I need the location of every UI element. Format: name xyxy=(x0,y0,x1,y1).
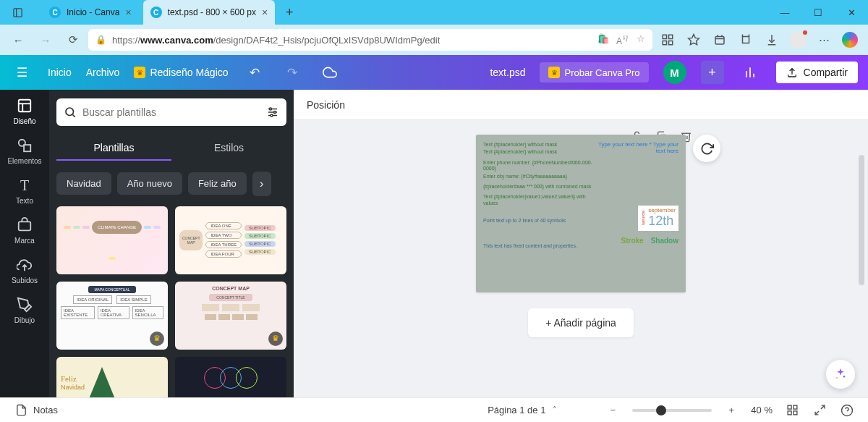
user-avatar[interactable]: M xyxy=(663,61,686,84)
canvas-text[interactable]: Enter phone number: {#PhoneNumber#000-00… xyxy=(483,160,597,172)
canvas-text[interactable]: Text {#placeholder} without mask xyxy=(483,142,597,148)
search-icon xyxy=(64,106,77,119)
canvas-text[interactable]: Text {#placeholder|value1;value2;value3}… xyxy=(483,194,597,206)
text-size-icon[interactable]: Aり xyxy=(616,33,629,46)
analytics-icon[interactable] xyxy=(739,61,762,84)
try-pro-button[interactable]: ♛Probar Canva Pro xyxy=(540,62,648,83)
tab-templates[interactable]: Plantillas xyxy=(56,136,171,161)
stroke-label[interactable]: Stroke xyxy=(621,237,644,245)
canvas-text[interactable]: This text has fixed content and properti… xyxy=(483,243,597,249)
regenerate-button[interactable] xyxy=(693,135,720,162)
template-thumb[interactable]: MAPA CONCEPTUAL IDEA ORIGINALIDEA SIMPLE… xyxy=(56,282,168,350)
notes-button[interactable]: Notas xyxy=(13,402,58,418)
browser-tab[interactable]: C Inicio - Canva × xyxy=(42,0,139,25)
tab-title: Inicio - Canva xyxy=(67,7,119,17)
magic-assistant-button[interactable] xyxy=(826,360,855,389)
magic-redesign[interactable]: ♛Rediseño Mágico xyxy=(134,67,228,78)
canvas-text[interactable]: {#placeholder#aaa *** 000} with combined… xyxy=(483,184,597,190)
browser-tab[interactable]: C text.psd - 800 × 600 px × xyxy=(143,0,276,25)
file-menu[interactable]: Archivo xyxy=(86,67,120,78)
chip-ano-nuevo[interactable]: Año nuevo xyxy=(117,172,182,195)
shopping-icon[interactable]: 🛍️ xyxy=(597,33,609,46)
rail-uploads[interactable]: Subidos xyxy=(12,256,38,284)
tab-styles[interactable]: Estilos xyxy=(171,136,286,161)
vertical-scrollbar[interactable] xyxy=(858,151,865,392)
tune-icon[interactable] xyxy=(266,106,279,119)
menu-icon[interactable]: ☰ xyxy=(10,61,33,84)
close-icon[interactable]: × xyxy=(125,7,131,18)
favorites-icon[interactable] xyxy=(681,28,706,51)
chip-feliz-ano[interactable]: Feliz año xyxy=(188,172,247,195)
copilot-button[interactable] xyxy=(838,28,862,51)
profile-button[interactable] xyxy=(786,28,810,51)
invite-button[interactable]: + xyxy=(701,61,724,84)
rail-brand[interactable]: Marca xyxy=(14,216,35,245)
chip-navidad[interactable]: Navidad xyxy=(56,172,111,195)
rail-design[interactable]: Diseño xyxy=(13,97,35,125)
filter-chips: Navidad Año nuevo Feliz año › xyxy=(56,172,286,196)
zoom-slider[interactable] xyxy=(632,409,712,412)
zoom-in-button[interactable]: + xyxy=(723,402,739,418)
canvas-text[interactable]: Point text up to 2 lines of 40 symbols xyxy=(483,218,597,224)
downloads-icon[interactable] xyxy=(760,28,784,51)
template-thumb[interactable] xyxy=(175,357,286,397)
back-button[interactable]: ← xyxy=(6,28,30,51)
zoom-level[interactable]: 40 % xyxy=(751,405,773,415)
help-icon[interactable] xyxy=(839,402,855,418)
canvas-text[interactable]: Type your text here * Type your text her… xyxy=(597,142,678,155)
canva-favicon: C xyxy=(150,7,162,18)
svg-rect-11 xyxy=(743,37,749,43)
layout-icon xyxy=(16,97,33,114)
svg-line-42 xyxy=(815,411,819,415)
template-search[interactable] xyxy=(56,98,286,126)
template-thumb[interactable]: CONCEPT MAP CONCEPT TITLE ♛ xyxy=(175,282,286,350)
rail-label: Dibujo xyxy=(14,316,35,324)
rail-draw[interactable]: Dibujo xyxy=(14,296,35,324)
template-thumb[interactable]: CONCEPTMAP IDEA ONE IDEA TWO IDEA THREE … xyxy=(175,206,286,274)
fullscreen-icon[interactable] xyxy=(812,402,827,418)
redo-icon[interactable]: ↷ xyxy=(281,61,304,84)
favorite-icon[interactable]: ☆ xyxy=(637,33,645,46)
minimize-button[interactable]: — xyxy=(768,0,801,25)
home-link[interactable]: Inicio xyxy=(48,67,72,78)
collections-icon[interactable] xyxy=(707,28,732,51)
page-indicator[interactable]: Página 1 de 1˄ xyxy=(488,405,560,415)
stage[interactable]: Text {#placeholder} without mask Text {#… xyxy=(294,120,868,397)
chips-next[interactable]: › xyxy=(252,172,271,196)
new-tab-button[interactable]: + xyxy=(279,2,299,22)
grid-view-icon[interactable] xyxy=(784,402,800,418)
add-page-button[interactable]: + Añadir página xyxy=(528,308,634,337)
more-button[interactable]: ⋯ xyxy=(812,28,836,51)
rail-text[interactable]: T Texto xyxy=(16,177,33,205)
document-title[interactable]: text.psd xyxy=(490,67,525,78)
reload-button[interactable]: ⟳ xyxy=(61,28,85,51)
close-window-button[interactable]: ✕ xyxy=(835,0,868,25)
calendar-month: september xyxy=(648,207,676,214)
calendar-day: 12th xyxy=(648,214,676,229)
svg-point-35 xyxy=(843,376,846,378)
template-thumb[interactable]: CLIMATE CHANGE xyxy=(56,206,168,274)
svg-rect-2 xyxy=(663,35,666,38)
search-input[interactable] xyxy=(82,106,260,118)
undo-icon[interactable]: ↶ xyxy=(243,61,266,84)
calendar-widget[interactable]: saturda september 12th xyxy=(638,206,678,231)
maximize-button[interactable]: ☐ xyxy=(801,0,835,25)
chevron-up-icon: ˄ xyxy=(553,405,557,415)
zoom-out-button[interactable]: − xyxy=(605,402,621,418)
canvas-text[interactable]: Text {#placeholder} without mask xyxy=(483,149,597,155)
cloud-sync-icon[interactable] xyxy=(318,61,341,84)
rail-elements[interactable]: Elementos xyxy=(7,137,41,165)
share-button[interactable]: Compartir xyxy=(776,62,858,83)
canvas-text[interactable]: Enter city name: {#City#aaaaaaaaaa} xyxy=(483,174,597,180)
browser-tools-icon[interactable] xyxy=(733,28,758,51)
svg-point-31 xyxy=(274,111,276,113)
address-bar[interactable]: 🔒 https://www.canva.com/design/DAF4t2_Hs… xyxy=(88,29,652,51)
shadow-label[interactable]: Shadow xyxy=(651,237,678,245)
bottom-bar: Notas Página 1 de 1˄ − + 40 % xyxy=(0,397,868,422)
tab-actions-icon[interactable] xyxy=(6,2,29,22)
position-button[interactable]: Posición xyxy=(307,99,345,111)
canvas-page[interactable]: Text {#placeholder} without mask Text {#… xyxy=(476,135,686,292)
template-thumb[interactable]: FelizNavidad xyxy=(56,357,168,397)
close-icon[interactable]: × xyxy=(262,7,268,18)
extensions-icon[interactable] xyxy=(655,28,680,51)
